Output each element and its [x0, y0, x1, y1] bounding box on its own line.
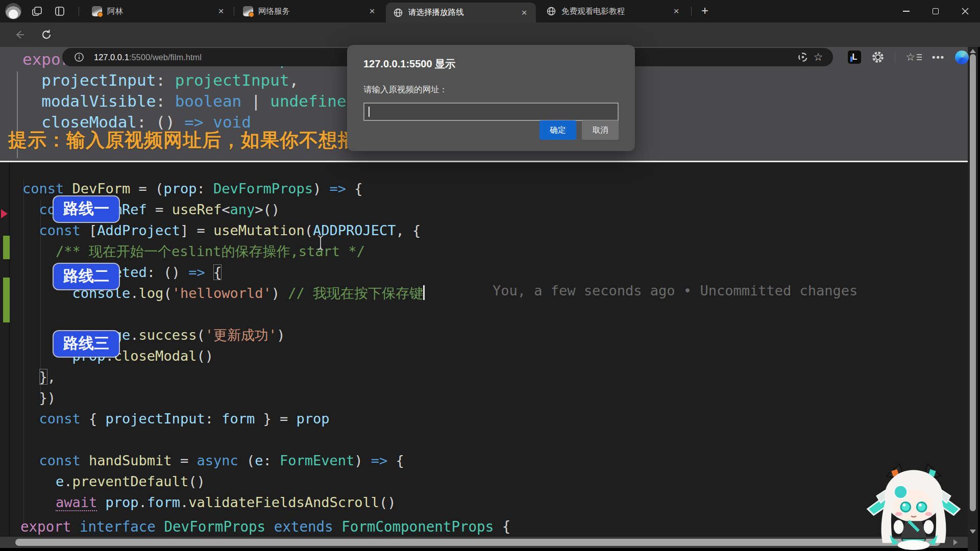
- vertical-scrollbar[interactable]: [968, 47, 978, 551]
- editor-gutter-border: [9, 162, 10, 551]
- browser-tab-bar: 阿林 × 网络服务 × 请选择播放路线 × 免费观看电影教程 × +: [0, 0, 980, 22]
- browser-toolbar: 127.0.0.1:5500/web/film.html ☆ L ☆ •••: [0, 22, 980, 47]
- code-block-bottom: export interface DevFormProps extends Fo…: [20, 516, 510, 537]
- url-host: 127.0.0.1: [94, 53, 129, 62]
- tab-title: 网络服务: [258, 6, 362, 17]
- tab-separator: [691, 7, 692, 16]
- bottom-edge: [0, 548, 980, 551]
- extension-l-icon[interactable]: L: [848, 51, 861, 64]
- scroll-down-arrow-icon[interactable]: [970, 530, 976, 534]
- tab-network-service[interactable]: 网络服务 ×: [236, 0, 384, 22]
- maximize-button[interactable]: [921, 0, 950, 22]
- tab-free-movies[interactable]: 免费观看电影教程 ×: [539, 0, 688, 22]
- input-caret: [369, 107, 370, 117]
- dialog-message: 请输入原视频的网址：: [363, 84, 619, 95]
- tab-close-icon[interactable]: ×: [670, 5, 683, 18]
- dog-favicon: [243, 6, 253, 16]
- route-badge-3[interactable]: 路线三: [54, 331, 119, 357]
- tab-title: 免费观看电影教程: [561, 6, 667, 17]
- copilot-icon[interactable]: [955, 51, 969, 64]
- url-input[interactable]: [363, 103, 619, 121]
- git-marker-icon: [1, 209, 8, 218]
- ok-button[interactable]: 确定: [540, 120, 576, 140]
- favorites-list-icon[interactable]: ☆: [905, 51, 922, 63]
- tab-alin[interactable]: 阿林 ×: [85, 0, 233, 22]
- dog-favicon: [92, 6, 102, 16]
- tab-separator: [234, 7, 234, 16]
- tab-close-icon[interactable]: ×: [214, 5, 228, 18]
- right-edge: [978, 47, 980, 551]
- tip-banner: 提示：输入原视频网址后，如果你不想播: [8, 128, 357, 153]
- globe-icon: [393, 8, 403, 18]
- horizontal-scrollbar[interactable]: [0, 537, 968, 548]
- settings-more-icon[interactable]: •••: [932, 52, 945, 63]
- tab-title: 阿林: [107, 6, 211, 17]
- window-controls: [891, 0, 980, 22]
- tab-title: 请选择播放路线: [408, 7, 514, 18]
- globe-icon: [546, 6, 556, 16]
- favorite-star-icon[interactable]: ☆: [811, 50, 826, 64]
- reload-icon[interactable]: [39, 28, 54, 42]
- vertical-scrollbar-thumb[interactable]: [970, 54, 976, 511]
- git-blame-annotation: You, a few seconds ago • Uncommitted cha…: [493, 283, 857, 298]
- cancel-button[interactable]: 取消: [582, 120, 619, 140]
- route-badge-2[interactable]: 路线二: [54, 264, 119, 289]
- text-cursor-icon: [316, 235, 325, 251]
- git-added-marker: [3, 236, 10, 259]
- git-added-marker: [3, 278, 10, 322]
- horizontal-scrollbar-thumb[interactable]: [15, 539, 940, 546]
- back-icon[interactable]: [12, 28, 28, 42]
- minimize-button[interactable]: [891, 0, 921, 22]
- toolbar-divider: [895, 51, 895, 63]
- split-screen-icon[interactable]: [795, 50, 811, 64]
- url-path: :5500/web/film.html: [129, 53, 202, 62]
- extension-gear-icon[interactable]: [871, 51, 885, 64]
- tab-actions-icon[interactable]: [53, 5, 66, 18]
- site-info-icon[interactable]: [71, 50, 87, 64]
- new-tab-button[interactable]: +: [696, 3, 714, 19]
- dialog-title: 127.0.0.1:5500 显示: [363, 57, 619, 71]
- tab-close-icon[interactable]: ×: [518, 6, 531, 19]
- tab-choose-route-active[interactable]: 请选择播放路线 ×: [386, 3, 536, 22]
- tab-separator: [79, 7, 79, 16]
- scroll-up-arrow-icon[interactable]: [970, 49, 976, 53]
- js-prompt-dialog: 127.0.0.1:5500 显示 请输入原视频的网址： 确定 取消: [347, 45, 635, 151]
- route-badge-1[interactable]: 路线一: [54, 196, 119, 222]
- close-window-button[interactable]: [950, 0, 980, 22]
- mascot-character: [864, 450, 964, 550]
- profile-avatar[interactable]: [5, 3, 21, 19]
- tab-close-icon[interactable]: ×: [365, 5, 379, 18]
- tab-groups-icon[interactable]: [31, 5, 44, 18]
